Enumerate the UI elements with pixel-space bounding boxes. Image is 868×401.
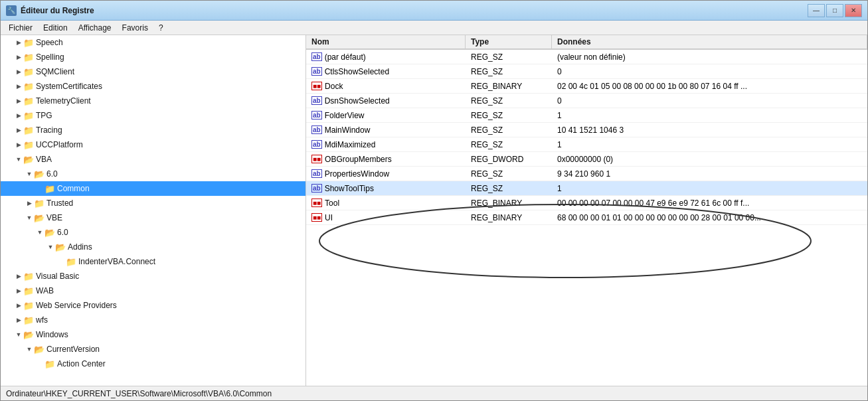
- minimize-button[interactable]: —: [808, 4, 825, 17]
- reg-data-propwindow: 9 34 210 960 1: [552, 167, 867, 181]
- tree-item-addins[interactable]: ▼ 📂 Addins: [1, 240, 305, 254]
- tree-item-trusted[interactable]: ▶ 📁 Trusted: [1, 196, 305, 210]
- expand-vba[interactable]: ▼: [14, 155, 23, 164]
- folder-icon-wab: 📁: [23, 286, 34, 295]
- tree-item-wab[interactable]: ▶ 📁 WAB: [1, 283, 305, 298]
- reg-row-default[interactable]: ab (par défaut) REG_SZ (valeur non défin…: [306, 50, 867, 64]
- tree-item-spelling[interactable]: ▶ 📁 Spelling: [1, 50, 305, 64]
- folder-icon-windows: 📂: [23, 330, 34, 339]
- reg-nom-ui: ■■ UI: [306, 210, 466, 224]
- tree-item-systemcerts[interactable]: ▶ 📁 SystemCertificates: [1, 79, 305, 94]
- menu-affichage[interactable]: Affichage: [73, 22, 117, 34]
- expand-uccplatform[interactable]: ▶: [14, 140, 23, 149]
- tree-item-tracing[interactable]: ▶ 📁 Tracing: [1, 123, 305, 137]
- main-window: 🔧 Éditeur du Registre — □ ✕ Fichier Edit…: [0, 0, 868, 401]
- tree-item-speech[interactable]: ▶ 📁 Speech: [1, 35, 305, 50]
- tree-item-tpg[interactable]: ▶ 📁 TPG: [1, 108, 305, 123]
- registry-container: Nom Type Données ab (par défaut) REG_SZ …: [306, 35, 867, 386]
- expand-speech[interactable]: ▶: [14, 38, 23, 47]
- reg-row-mainwindow[interactable]: ab MainWindow REG_SZ 10 41 1521 1046 3: [306, 123, 867, 137]
- tree-item-visualbasic[interactable]: ▶ 📁 Visual Basic: [1, 269, 305, 283]
- expand-currentversion[interactable]: ▼: [25, 345, 34, 354]
- reg-nom-folderview: ab FolderView: [306, 108, 466, 122]
- expand-telemetry[interactable]: ▶: [14, 96, 23, 106]
- reg-row-mdimax[interactable]: ab MdiMaximized REG_SZ 1: [306, 137, 867, 152]
- tree-label-wab: WAB: [36, 286, 54, 295]
- folder-icon-telemetry: 📁: [23, 96, 34, 106]
- tree-item-common[interactable]: 📁 Common: [1, 181, 305, 196]
- tree-item-uccplatform[interactable]: ▶ 📁 UCCPlatform: [1, 137, 305, 152]
- reg-type-dsnshow: REG_SZ: [466, 94, 552, 108]
- reg-type-folderview: REG_SZ: [466, 108, 552, 122]
- expand-indenter[interactable]: [56, 257, 66, 266]
- folder-icon-tpg: 📁: [23, 111, 34, 120]
- tree-item-vba6[interactable]: ▼ 📂 6.0: [1, 167, 305, 181]
- tree-label-currentversion: CurrentVersion: [46, 345, 100, 354]
- menu-help[interactable]: ?: [153, 22, 169, 34]
- reg-data-mdimax: 1: [552, 137, 867, 151]
- tree-item-telemetry[interactable]: ▶ 📁 TelemetryClient: [1, 94, 305, 108]
- reg-icon-bin-dock: ■■: [311, 82, 322, 90]
- tree-label-trusted: Trusted: [46, 199, 73, 208]
- reg-row-ctlsshow[interactable]: ab CtlsShowSelected REG_SZ 0: [306, 64, 867, 79]
- reg-icon-ab-ctlsshow: ab: [311, 67, 322, 76]
- reg-row-obgroup[interactable]: ■■ OBGroupMembers REG_DWORD 0x00000000 (…: [306, 152, 867, 167]
- tree-item-sqmclient[interactable]: ▶ 📁 SQMClient: [1, 64, 305, 79]
- tree-item-vba[interactable]: ▼ 📂 VBA: [1, 152, 305, 167]
- tree-item-wfs[interactable]: ▶ 📁 wfs: [1, 313, 305, 327]
- expand-trusted[interactable]: ▶: [25, 199, 34, 208]
- menu-favoris[interactable]: Favoris: [117, 22, 153, 34]
- folder-icon-common: 📁: [44, 184, 55, 193]
- reg-icon-ab-folderview: ab: [311, 111, 322, 120]
- close-button[interactable]: ✕: [845, 4, 862, 17]
- expand-wfs[interactable]: ▶: [14, 315, 23, 325]
- tree-item-webservice[interactable]: ▶ 📁 Web Service Providers: [1, 298, 305, 313]
- app-icon: 🔧: [6, 5, 17, 16]
- tree-label-vba: VBA: [36, 155, 52, 164]
- expand-tracing[interactable]: ▶: [14, 125, 23, 135]
- tree-item-windows[interactable]: ▼ 📂 Windows: [1, 327, 305, 342]
- expand-tpg[interactable]: ▶: [14, 111, 23, 120]
- expand-vbe[interactable]: ▼: [25, 213, 34, 222]
- reg-row-showtooltips[interactable]: ab ShowToolTips REG_SZ 1: [306, 181, 867, 196]
- expand-spelling[interactable]: ▶: [14, 52, 23, 62]
- expand-webservice[interactable]: ▶: [14, 301, 23, 310]
- expand-vbe6[interactable]: ▼: [35, 228, 44, 237]
- menu-edition[interactable]: Edition: [38, 22, 73, 34]
- expand-common[interactable]: [35, 184, 44, 193]
- tree-item-vbe6[interactable]: ▼ 📂 6.0: [1, 225, 305, 240]
- registry-rows[interactable]: ab (par défaut) REG_SZ (valeur non défin…: [306, 50, 867, 386]
- expand-wab[interactable]: ▶: [14, 286, 23, 295]
- reg-data-obgroup: 0x00000000 (0): [552, 152, 867, 166]
- registry-header: Nom Type Données: [306, 35, 867, 50]
- expand-vba6[interactable]: ▼: [25, 169, 34, 179]
- reg-data-ui: 68 00 00 00 01 01 00 00 00 00 00 00 00 2…: [552, 210, 867, 224]
- expand-windows[interactable]: ▼: [14, 330, 23, 339]
- reg-nom-propwindow: ab PropertiesWindow: [306, 167, 466, 181]
- tree-label-systemcerts: SystemCertificates: [36, 82, 102, 91]
- reg-row-propwindow[interactable]: ab PropertiesWindow REG_SZ 9 34 210 960 …: [306, 167, 867, 181]
- reg-type-propwindow: REG_SZ: [466, 167, 552, 181]
- tree-item-actioncenter[interactable]: 📁 Action Center: [1, 357, 305, 371]
- reg-row-dsnshow[interactable]: ab DsnShowSelected REG_SZ 0: [306, 94, 867, 108]
- expand-visualbasic[interactable]: ▶: [14, 272, 23, 281]
- expand-actioncenter[interactable]: [35, 359, 44, 368]
- maximize-button[interactable]: □: [826, 4, 843, 17]
- reg-nom-tool: ■■ Tool: [306, 196, 466, 210]
- menu-fichier[interactable]: Fichier: [3, 22, 38, 34]
- tree-item-currentversion[interactable]: ▼ 📂 CurrentVersion: [1, 342, 305, 357]
- expand-sqmclient[interactable]: ▶: [14, 67, 23, 76]
- reg-row-tool[interactable]: ■■ Tool REG_BINARY 00 00 00 00 07 00 00 …: [306, 196, 867, 210]
- tree-item-indenter[interactable]: 📁 IndenterVBA.Connect: [1, 254, 305, 269]
- tree-item-vbe[interactable]: ▼ 📂 VBE: [1, 210, 305, 225]
- col-header-nom: Nom: [306, 35, 466, 48]
- tree-scroll[interactable]: ▶ 📁 Speech ▶ 📁 Spelling ▶ 📁 SQMClient: [1, 35, 305, 386]
- reg-row-folderview[interactable]: ab FolderView REG_SZ 1: [306, 108, 867, 123]
- expand-addins[interactable]: ▼: [46, 242, 55, 252]
- reg-icon-ab-showtooltips: ab: [311, 184, 322, 193]
- reg-row-dock[interactable]: ■■ Dock REG_BINARY 02 00 4c 01 05 00 08 …: [306, 79, 867, 94]
- expand-systemcerts[interactable]: ▶: [14, 82, 23, 91]
- folder-icon-actioncenter: 📁: [44, 359, 55, 368]
- reg-row-ui[interactable]: ■■ UI REG_BINARY 68 00 00 00 01 01 00 00…: [306, 210, 867, 225]
- status-bar: Ordinateur\HKEY_CURRENT_USER\Software\Mi…: [1, 386, 867, 400]
